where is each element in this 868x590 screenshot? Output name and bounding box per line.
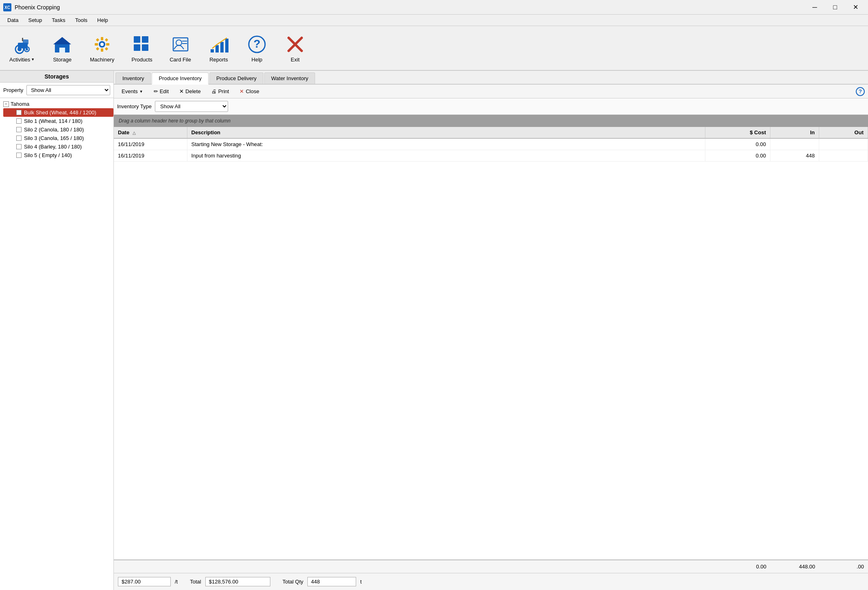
menu-setup[interactable]: Setup xyxy=(24,16,46,24)
tree-item-silo5[interactable]: Silo 5 ( Empty / 140) xyxy=(3,151,113,160)
toolbar-products-button[interactable]: Products xyxy=(127,32,157,65)
tree-item-checkbox xyxy=(16,153,22,158)
total-label: Total xyxy=(190,579,201,585)
col-header-out[interactable]: Out xyxy=(819,127,868,138)
tree-item-checkbox xyxy=(16,110,22,115)
svg-rect-11 xyxy=(59,48,65,52)
tab-water-inventory[interactable]: Water Inventory xyxy=(264,72,315,84)
svg-rect-15 xyxy=(101,48,103,52)
toolbar-help-button[interactable]: ? Help xyxy=(242,32,272,65)
print-label: Print xyxy=(218,88,229,94)
cell-cost: 0.00 xyxy=(705,138,770,150)
tree-item-label: Silo 2 (Canola, 180 / 180) xyxy=(24,127,84,133)
print-icon: 🖨 xyxy=(211,88,217,94)
toolbar-machinery-button[interactable]: Machinery xyxy=(85,32,119,65)
toolbar-cardfile-button[interactable]: Card File xyxy=(165,32,196,65)
price-field[interactable] xyxy=(118,577,171,586)
tree-root-label: Tahoma xyxy=(11,101,29,107)
table-row[interactable]: 16/11/2019 Starting New Storage - Wheat:… xyxy=(114,138,868,150)
svg-rect-30 xyxy=(211,49,214,52)
tree-item-checkbox xyxy=(16,135,22,141)
close-button[interactable]: ✕ Close xyxy=(235,86,263,96)
tree-item-label: Bulk Shed (Wheat, 448 / 1200) xyxy=(24,109,96,116)
cell-date: 16/11/2019 xyxy=(114,138,187,150)
toolbar-exit-button[interactable]: Exit xyxy=(280,32,310,65)
maximize-button[interactable]: □ xyxy=(826,2,844,13)
activities-label: Activities xyxy=(9,57,30,63)
tree-item-silo2[interactable]: Silo 2 (Canola, 180 / 180) xyxy=(3,125,113,134)
total-field[interactable] xyxy=(205,577,270,586)
title-bar-left: XC Phoenix Cropping xyxy=(3,3,60,11)
close-label: Close xyxy=(246,88,259,94)
events-button[interactable]: Events ▼ xyxy=(117,86,148,96)
edit-icon: ✏ xyxy=(154,88,158,94)
svg-rect-3 xyxy=(23,39,28,44)
app-title: Phoenix Cropping xyxy=(15,4,60,11)
help-toolbar-icon: ? xyxy=(246,34,268,55)
col-header-in[interactable]: In xyxy=(770,127,819,138)
total-in: 448.00 xyxy=(770,562,819,571)
exit-icon xyxy=(285,34,306,55)
table-row[interactable]: 16/11/2019 Input from harvesting 0.00 44… xyxy=(114,150,868,162)
total-out: .00 xyxy=(819,562,868,571)
sidebar: Storages Property Show All − Tahoma Bulk… xyxy=(0,71,114,590)
total-qty-field[interactable] xyxy=(307,577,356,586)
tab-inventory[interactable]: Inventory xyxy=(115,72,151,84)
totals-spacer xyxy=(268,562,705,571)
total-cost: 0.00 xyxy=(705,562,770,571)
svg-rect-22 xyxy=(134,36,140,43)
svg-rect-23 xyxy=(142,36,148,43)
toolbar-activities-button[interactable]: Activities ▼ xyxy=(5,32,39,65)
tree-item-bulk-shed[interactable]: Bulk Shed (Wheat, 448 / 1200) xyxy=(3,108,113,117)
cell-description: Starting New Storage - Wheat: xyxy=(187,138,705,150)
window-controls: ─ □ ✕ xyxy=(805,2,865,13)
delete-button[interactable]: ✕ Delete xyxy=(175,86,205,96)
reports-label: Reports xyxy=(209,57,228,63)
svg-rect-24 xyxy=(134,44,140,51)
close-button[interactable]: ✕ xyxy=(846,2,865,13)
svg-point-7 xyxy=(26,48,28,50)
menu-tasks[interactable]: Tasks xyxy=(48,16,69,24)
inventory-type-select[interactable]: Show All xyxy=(155,101,228,112)
tree-item-checkbox xyxy=(16,127,22,132)
svg-point-27 xyxy=(176,40,182,46)
toolbar-storage-button[interactable]: Storage xyxy=(47,32,77,65)
svg-rect-14 xyxy=(101,37,103,40)
tree-expand-icon[interactable]: − xyxy=(3,101,9,107)
print-button[interactable]: 🖨 Print xyxy=(207,86,234,96)
filter-row: Inventory Type Show All xyxy=(114,98,868,115)
tree-item-silo3[interactable]: Silo 3 (Canola, 165 / 180) xyxy=(3,134,113,142)
svg-rect-19 xyxy=(105,38,108,41)
cell-out xyxy=(819,150,868,162)
property-filter: Property Show All xyxy=(0,83,113,98)
status-bar: /t Total Total Qty t xyxy=(114,573,868,590)
menu-help[interactable]: Help xyxy=(93,16,112,24)
col-header-date[interactable]: Date △ xyxy=(114,127,187,138)
svg-rect-8 xyxy=(22,38,23,41)
toolbar-reports-button[interactable]: Reports xyxy=(204,32,234,65)
minimize-button[interactable]: ─ xyxy=(805,2,824,13)
help-icon-button[interactable]: ? xyxy=(856,87,865,96)
property-select[interactable]: Show All xyxy=(26,85,110,95)
svg-rect-18 xyxy=(96,38,99,41)
tab-produce-delivery[interactable]: Produce Delivery xyxy=(209,72,263,84)
app-icon: XC xyxy=(3,3,11,11)
col-header-description[interactable]: Description xyxy=(187,127,705,138)
menu-tools[interactable]: Tools xyxy=(71,16,91,24)
tree-item-label: Silo 5 ( Empty / 140) xyxy=(24,152,72,158)
close-icon: ✕ xyxy=(239,88,244,94)
inventory-table-area: Date △ Description $ Cost In Out 16/11/2… xyxy=(114,127,868,559)
tree-root[interactable]: − Tahoma xyxy=(0,100,113,108)
tree-item-silo4[interactable]: Silo 4 (Barley, 180 / 180) xyxy=(3,142,113,151)
sort-icon-date: △ xyxy=(133,131,136,135)
tree-item-silo1[interactable]: Silo 1 (Wheat, 114 / 180) xyxy=(3,117,113,125)
edit-button[interactable]: ✏ Edit xyxy=(149,86,173,96)
events-dropdown-arrow: ▼ xyxy=(139,90,143,94)
tab-produce-inventory[interactable]: Produce Inventory xyxy=(152,72,209,85)
svg-rect-17 xyxy=(106,43,109,46)
svg-rect-20 xyxy=(96,47,99,50)
tree-item-label: Silo 1 (Wheat, 114 / 180) xyxy=(24,118,83,124)
menu-data[interactable]: Data xyxy=(3,16,22,24)
help-label: Help xyxy=(252,57,263,63)
col-header-cost[interactable]: $ Cost xyxy=(705,127,770,138)
